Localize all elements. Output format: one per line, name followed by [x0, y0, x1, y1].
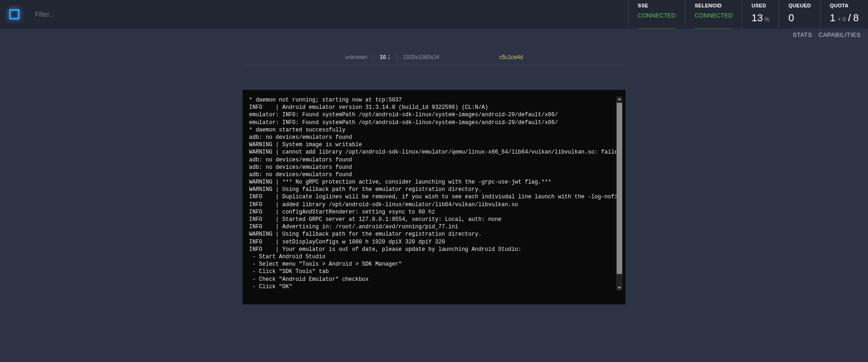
- stat-label: QUOTA: [830, 3, 859, 8]
- log-window: * daemon not running; starting now at tc…: [243, 90, 625, 304]
- stat-used: USED 13 %: [742, 0, 779, 29]
- nav-capabilities[interactable]: CAPABILITIES: [819, 31, 861, 38]
- log-output[interactable]: * daemon not running; starting now at tc…: [249, 96, 616, 291]
- stat-value: 13: [751, 12, 762, 24]
- session-resolution: 1920x1080x24: [403, 54, 440, 60]
- stat-label: SSE: [638, 3, 676, 8]
- stat-label: USED: [751, 3, 769, 8]
- scroll-up-icon[interactable]: [618, 98, 621, 100]
- quota-used: 1: [830, 12, 835, 24]
- stat-value: CONNECTED: [638, 12, 676, 19]
- session-version: 10.1: [380, 54, 390, 60]
- underline: [695, 28, 732, 29]
- scroll-down-icon[interactable]: [618, 287, 621, 289]
- stat-label: QUEUED: [788, 3, 811, 8]
- top-bar: SSE CONNECTED SELENOID CONNECTED USED 13…: [0, 0, 868, 29]
- session-browser: unknown: [345, 54, 367, 60]
- quota-total: 8: [853, 12, 859, 24]
- stat-sse: SSE CONNECTED: [628, 0, 685, 29]
- session-meta: unknown | 10.1 | 1920x1080x24 c5c1ce4d: [0, 54, 868, 60]
- stat-label: SELENOID: [695, 3, 732, 8]
- stat-quota: QUOTA 1 + 0 / 8: [820, 0, 868, 29]
- filter-input[interactable]: [29, 8, 213, 21]
- log-scrollbar[interactable]: [616, 96, 623, 291]
- stat-value: CONNECTED: [695, 12, 732, 19]
- divider: |: [373, 54, 374, 60]
- stats-panel: SSE CONNECTED SELENOID CONNECTED USED 13…: [628, 0, 868, 29]
- scroll-thumb[interactable]: [617, 103, 622, 274]
- filter-wrap: [29, 0, 628, 29]
- quota-slash: /: [848, 12, 851, 24]
- meta-underline: [243, 64, 625, 65]
- stat-unit: %: [765, 16, 770, 23]
- quota-plus: + 0: [838, 16, 846, 23]
- session-id: c5c1ce4d: [499, 54, 523, 60]
- square-logo-icon: [9, 9, 19, 19]
- nav-stats[interactable]: STATS: [793, 31, 812, 38]
- sub-nav: STATS CAPABILITIES: [0, 29, 868, 38]
- stat-selenoid: SELENOID CONNECTED: [685, 0, 742, 29]
- stat-value: 0: [788, 12, 811, 24]
- app-logo[interactable]: [0, 0, 29, 29]
- underline: [638, 28, 676, 29]
- stat-queued: QUEUED 0: [779, 0, 820, 29]
- divider: |: [396, 54, 398, 60]
